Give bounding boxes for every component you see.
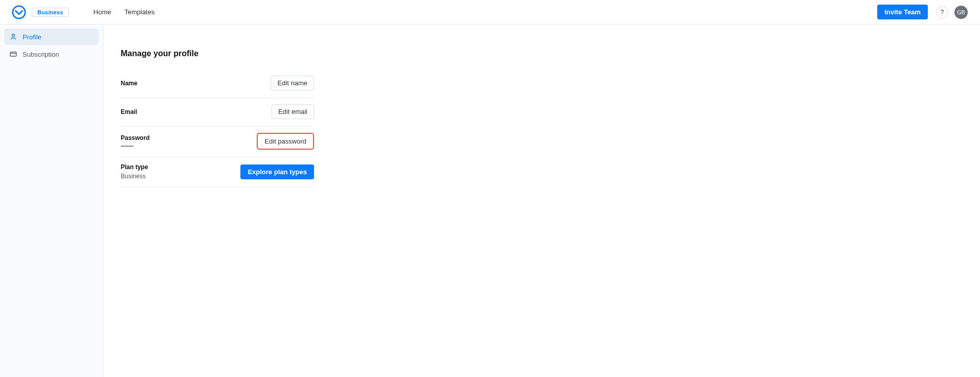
avatar[interactable]: GB: [954, 6, 968, 19]
row-label: Name: [121, 80, 138, 87]
help-icon: ?: [941, 9, 944, 16]
page-title: Manage your profile: [121, 49, 314, 58]
help-button[interactable]: ?: [936, 6, 948, 18]
plan-badge: Business: [32, 8, 69, 17]
user-icon: [9, 33, 17, 41]
plan-value: Business: [121, 173, 148, 180]
row-label: Plan type: [121, 163, 148, 171]
profile-row-name: Name Edit name: [121, 69, 314, 98]
sidebar-item-profile[interactable]: Profile: [4, 29, 99, 45]
app-header: Business Home Templates Invite Team ? GB: [0, 0, 980, 25]
svg-rect-2: [10, 52, 16, 56]
sidebar-item-label: Subscription: [23, 51, 59, 58]
nav-templates[interactable]: Templates: [124, 8, 154, 16]
brand-block: Business: [11, 5, 69, 20]
settings-sidebar: Profile Subscription: [0, 25, 103, 377]
explore-plans-button[interactable]: Explore plan types: [240, 164, 314, 179]
sidebar-item-label: Profile: [23, 33, 41, 41]
sidebar-item-subscription[interactable]: Subscription: [4, 46, 99, 62]
highlight-annotation: Edit password: [257, 133, 314, 150]
edit-password-button[interactable]: Edit password: [258, 134, 313, 148]
profile-row-password: Password ••••••••• Edit password: [121, 127, 314, 157]
row-label: Email: [121, 108, 137, 115]
profile-row-email: Email Edit email: [121, 98, 314, 127]
edit-email-button[interactable]: Edit email: [272, 104, 314, 119]
edit-name-button[interactable]: Edit name: [271, 76, 314, 90]
password-mask: •••••••••: [121, 144, 150, 148]
invite-team-button[interactable]: Invite Team: [877, 5, 928, 19]
row-label: Password: [121, 134, 150, 142]
page-body: Profile Subscription Manage your profile…: [0, 25, 980, 377]
nav-home[interactable]: Home: [94, 8, 112, 16]
sidebar-list: Profile Subscription: [0, 29, 103, 62]
credit-card-icon: [9, 50, 17, 58]
svg-point-0: [13, 6, 25, 18]
top-nav: Home Templates: [94, 8, 155, 16]
logo-icon: [11, 5, 27, 20]
profile-row-plan: Plan type Business Explore plan types: [121, 157, 314, 187]
main-content: Manage your profile Name Edit name Email…: [103, 25, 980, 377]
svg-point-1: [12, 34, 15, 37]
